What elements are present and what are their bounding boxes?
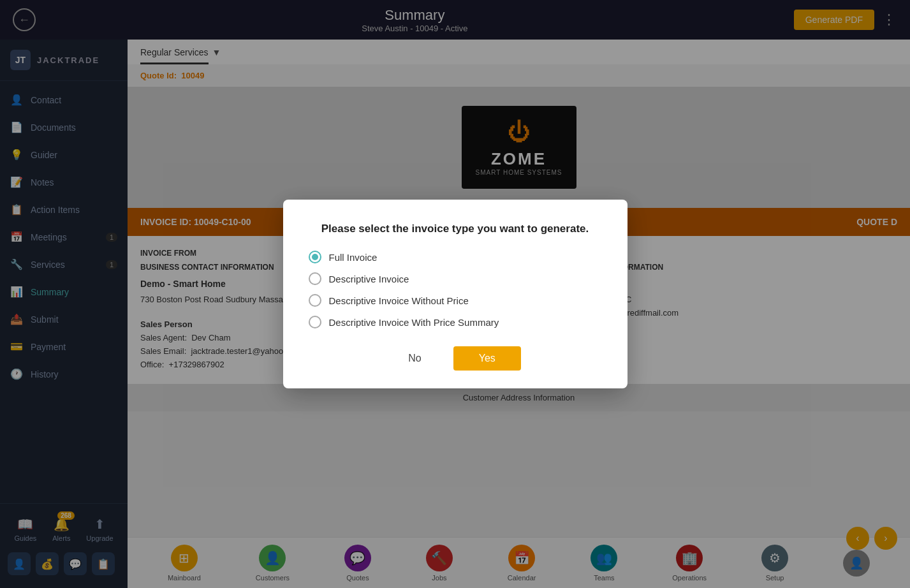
radio-circle-descriptive-no-price: [309, 294, 321, 307]
radio-full-invoice[interactable]: Full Invoice: [309, 251, 602, 263]
radio-label-descriptive-price-summary: Descriptive Invoice With Price Summary: [329, 317, 499, 328]
radio-circle-descriptive-price-summary: [309, 316, 321, 328]
modal-box: Please select the invoice type you want …: [283, 200, 627, 388]
radio-descriptive-price-summary[interactable]: Descriptive Invoice With Price Summary: [309, 316, 602, 328]
radio-descriptive-no-price[interactable]: Descriptive Invoice Without Price: [309, 294, 602, 307]
radio-circle-descriptive-invoice: [309, 272, 321, 285]
radio-descriptive-invoice[interactable]: Descriptive Invoice: [309, 272, 602, 285]
radio-label-descriptive-no-price: Descriptive Invoice Without Price: [329, 295, 469, 306]
modal-no-button[interactable]: No: [389, 346, 440, 371]
modal-overlay: Please select the invoice type you want …: [0, 0, 910, 588]
invoice-type-radio-group: Full Invoice Descriptive Invoice Descrip…: [309, 251, 602, 328]
radio-circle-full-invoice: [309, 251, 321, 263]
modal-yes-button[interactable]: Yes: [453, 346, 521, 371]
modal-title: Please select the invoice type you want …: [309, 223, 602, 235]
radio-label-full-invoice: Full Invoice: [329, 252, 378, 263]
radio-label-descriptive-invoice: Descriptive Invoice: [329, 274, 409, 284]
modal-actions: No Yes: [309, 346, 602, 371]
